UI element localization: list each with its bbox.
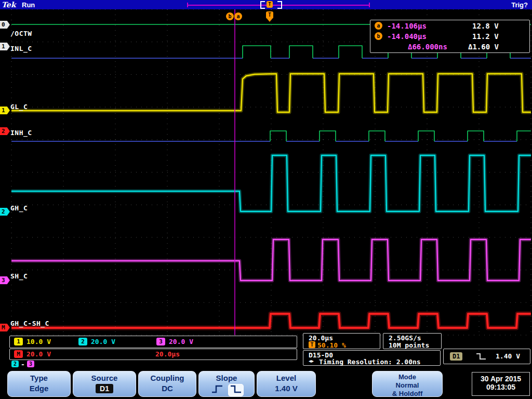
cursor-readout-box: a -14.106µs 12.8 V b -14.040µs 11.2 V Δ6…: [370, 20, 530, 53]
waveform-traces: [11, 24, 531, 328]
math-src-ch2-badge: 2: [11, 361, 19, 367]
cursor-a-badge[interactable]: a: [234, 12, 242, 20]
menu-slope-title: Slope: [199, 374, 254, 382]
menu-coupling-value: DC: [139, 384, 196, 393]
acquisition-box: 2.50GS/s 10M points: [383, 333, 442, 349]
cursor-a-volt: 12.8 V: [472, 22, 499, 30]
ch1-badge: 1: [14, 338, 23, 345]
menu-slope-button[interactable]: Slope: [198, 371, 255, 397]
INH_C-high-trace: [320, 131, 336, 141]
trace-label-gh: GH_C: [10, 204, 28, 212]
cursor-delta-time: Δ66.000ns: [408, 43, 447, 51]
INH_C-high-trace: [517, 131, 531, 141]
channel-scales-box: 1 10.0 V 2 20.0 V 3 20.0 V: [9, 336, 297, 348]
menu-source-value-badge: D1: [96, 384, 113, 393]
menu-type-value: Edge: [8, 384, 70, 393]
trace-label-inl: INL_C: [10, 45, 32, 52]
INH_C-high-trace: [369, 131, 385, 141]
timebase-readout: 20.0µs: [309, 334, 333, 342]
tek-logo: Tek: [2, 1, 16, 9]
record-view-tick-left: [187, 3, 188, 7]
INH_C-high-trace: [270, 131, 286, 141]
ch2-scale: 20.0 V: [91, 338, 115, 345]
record-view-tick-right: [369, 3, 370, 7]
cursor-b-badge[interactable]: b: [226, 12, 234, 20]
oscilloscope-screen: Tek Run T Trig? /OCTW INL_C GL_C INH_C G…: [0, 0, 532, 399]
trigger-level-readout: 1.40 V: [496, 352, 520, 360]
ch3-badge: 3: [156, 338, 165, 345]
timing-resolution: Timing Resolution: 2.00ns: [319, 358, 421, 366]
math-src-minus: -: [21, 361, 25, 368]
SH_C-trace: [11, 240, 531, 281]
trace-label-octw: /OCTW: [10, 30, 32, 37]
trigger-status: Trig?: [511, 1, 528, 9]
readout-b-badge: b: [375, 32, 382, 40]
timing-resolution-icon: ◂▸: [309, 358, 314, 364]
falling-edge-icon: [476, 352, 486, 363]
record-length: 10M points: [389, 341, 429, 349]
menu-level-title: Level: [257, 374, 315, 382]
math-scale-box: M 20.0 V 20.0µs: [9, 349, 297, 360]
menu-source-title: Source: [73, 374, 136, 382]
sample-rate: 2.50GS/s: [389, 334, 421, 342]
trigger-source-badge: D1: [450, 352, 462, 361]
trigger-position-pointer-icon: [267, 19, 272, 22]
ch2-badge: 2: [78, 338, 87, 345]
cursor-b-volt: 11.2 V: [472, 32, 499, 41]
top-status-bar: Tek Run T Trig?: [0, 0, 532, 9]
menu-coupling-title: Coupling: [139, 374, 196, 382]
trace-label-gl: GL_C: [10, 103, 28, 111]
INL_C-high-trace: [289, 46, 313, 58]
horizontal-box: 20.0µs T 50.10 %: [303, 333, 380, 349]
bottom-menu-bar: Type Edge Source D1 Coupling DC Slope Le…: [0, 370, 532, 399]
cursor-delta-volt: Δ1.60 V: [468, 43, 499, 51]
trigger-icon: T: [309, 341, 315, 348]
math-scale: 20.0 V: [26, 350, 51, 358]
menu-mode-button[interactable]: Mode Normal & Holdoff: [372, 371, 443, 397]
readout-a-badge: a: [375, 22, 382, 30]
rising-edge-icon[interactable]: [210, 384, 224, 396]
menu-mode-value2: & Holdoff: [373, 390, 442, 397]
cursor-a-time: -14.106µs: [387, 22, 427, 30]
digital-bus-box: D15-D0 ◂▸ Timing Resolution: 2.00ns: [303, 350, 441, 366]
trigger-position-readout: 50.10 %: [317, 341, 346, 349]
math-badge: M: [14, 350, 23, 358]
INH_C-high-trace: [418, 131, 434, 141]
zoom-bracket-right: [277, 1, 282, 9]
ch3-scale: 20.0 V: [169, 338, 193, 345]
menu-type-button[interactable]: Type Edge: [7, 371, 71, 397]
acquisition-status: Run: [22, 1, 35, 9]
trace-label-math: GH_C-SH_C: [10, 320, 49, 327]
time-label: 09:13:05: [472, 383, 529, 391]
date-label: 30 Apr 2015: [472, 375, 529, 383]
math-source-row: 2 - 3: [11, 361, 53, 368]
falling-edge-icon-selected[interactable]: [229, 384, 243, 396]
menu-mode-title: Mode: [373, 373, 442, 381]
trace-label-inh: INH_C: [10, 129, 32, 137]
trigger-record-marker: T: [267, 1, 273, 8]
menu-mode-value1: Normal: [373, 381, 442, 389]
trigger-source-box: D1 1.40 V: [443, 349, 530, 364]
datetime-box: 30 Apr 2015 09:13:05: [472, 372, 530, 396]
INH_C-high-trace: [468, 131, 484, 141]
trace-label-sh: SH_C: [10, 272, 28, 280]
math-timebase: 20.0µs: [155, 350, 180, 358]
zoom-bracket-left: [260, 1, 265, 9]
INL_C-high-trace: [339, 46, 362, 58]
menu-level-value: 1.40 V: [257, 384, 315, 393]
menu-level-button[interactable]: Level 1.40 V: [257, 371, 316, 397]
menu-source-button[interactable]: Source D1: [73, 371, 136, 397]
cursor-b-time: -14.040µs: [387, 32, 427, 41]
menu-type-title: Type: [8, 374, 70, 382]
math-src-ch3-badge: 3: [27, 361, 34, 367]
trigger-position-marker[interactable]: T: [266, 11, 273, 19]
ch1-scale: 10.0 V: [26, 338, 51, 345]
INL_C-high-trace: [243, 46, 271, 58]
menu-coupling-button[interactable]: Coupling DC: [138, 371, 196, 397]
